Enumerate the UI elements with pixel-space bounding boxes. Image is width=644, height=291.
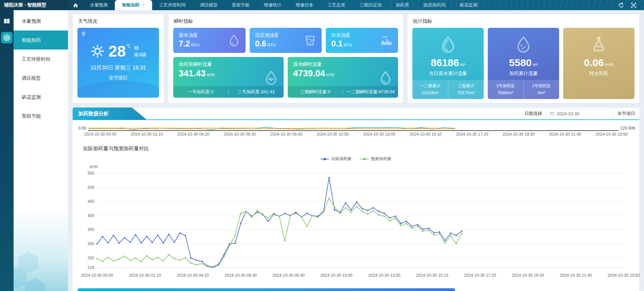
date-picker[interactable]: 2024-10-30: [546, 109, 613, 118]
topbar-tab[interactable]: 工艺停留时间: [152, 0, 193, 10]
next-section-ribbon: [77, 288, 455, 291]
tab-label: 工艺停留时间: [159, 0, 186, 10]
indicator-card: 出水浊度 0.1NTU: [326, 28, 398, 53]
topbar-tab[interactable]: 三期沉淀池: [353, 0, 389, 10]
sparkline-chart: [88, 122, 618, 131]
topbar-tab[interactable]: 维修统计: [257, 0, 289, 10]
legend-line-icon: [360, 159, 369, 159]
x-tick-label: 2024-10-30 21:40: [549, 132, 581, 137]
flow-footer-right: 一二期瞬时流量:4739.04: [343, 89, 398, 95]
legend-item-actual[interactable]: 实际加药量: [321, 156, 352, 162]
indicator-value: 7.2: [179, 39, 190, 48]
model-cube-icon[interactable]: [1, 32, 13, 43]
fullscreen-icon[interactable]: [631, 2, 637, 8]
sidebar-item[interactable]: 矾花监测: [14, 88, 68, 106]
sidebar-item-label: 泵组节能: [22, 113, 41, 119]
topbar-tabs: 水量预测 智能加药 × 工艺停留时间 调压模型 泵组节能: [83, 0, 485, 10]
x-tick-label: 2024-10-30 15:10: [416, 273, 448, 278]
indicator-unit: NTU: [344, 43, 352, 47]
app-title: 辅助决策 - 智能模型: [0, 0, 68, 10]
droplet-icon: [227, 34, 241, 47]
sidebar-item-label: 工艺停留时间: [22, 56, 50, 62]
x-tick-label: 2024-10-30 23:50: [608, 273, 640, 278]
sidebar-item[interactable]: 智能加药: [14, 31, 68, 50]
topbar-tab[interactable]: 矾花监测: [453, 0, 485, 10]
refresh-icon[interactable]: [618, 2, 624, 8]
topbar-tab[interactable]: 泵组节能: [225, 0, 257, 10]
sidebar-decoration: [14, 210, 68, 291]
sidebar-item[interactable]: 泵组节能: [14, 106, 68, 125]
topbar-tab[interactable]: 工艺总览: [321, 0, 353, 10]
stat-card-footer: 1号加药泵 5580m³ 2号加药泵 0m³: [488, 80, 559, 99]
comparison-chart: 216250300350400450500550: [80, 169, 632, 273]
x-tick-label: 2024-10-30 13:00: [363, 132, 395, 137]
flow-unit: m³/h: [207, 73, 215, 77]
sidebar-item[interactable]: 工艺停留时间: [14, 50, 68, 69]
stat-footer-label: 三期累计: [448, 83, 484, 89]
indicator-card: 沉淀池浊度 0.6NTU: [250, 28, 322, 53]
flow-label: 加药泵瞬时流量: [179, 61, 278, 67]
overview-sparkline: 0.08 220.906: [73, 120, 639, 131]
flow-footer-left: 三期瞬时流量:0: [288, 89, 343, 95]
weather-panel: 天气情况 28℃ 晴 南3级 10月30日 星期三 16:31 非节假日: [73, 14, 164, 103]
legend-item-predicted[interactable]: 预测加药量: [360, 156, 391, 162]
weather-wind: 南3级: [134, 51, 146, 58]
flow-footer-left: 一号加药泵:0: [173, 89, 228, 95]
topbar-tab[interactable]: 水量预测: [83, 0, 115, 10]
stat-footer-value: 11016m³: [412, 90, 448, 95]
chart-x-axis: 2024-10-30 00:002024-10-30 02:102024-10-…: [80, 273, 632, 279]
tab-label: 维修统计: [264, 0, 282, 10]
sidebar-item[interactable]: 调压模型: [14, 69, 68, 88]
stat-value: 5580: [509, 57, 532, 68]
sun-icon: [90, 44, 105, 59]
stat-card: 86186m³ 当日源水累计流量 一二期累计 11016m³ 三期累计 7517…: [412, 28, 484, 99]
flow-card-footer: 一号加药泵:0 二号加药泵:341.43: [173, 86, 284, 98]
tab-label: 工艺总览: [328, 0, 345, 10]
stat-footer-value: 75170m³: [448, 90, 484, 95]
instant-panel-title: 瞬时指标: [174, 18, 398, 24]
x-tick-label: 2024-10-30 00:00: [84, 132, 117, 137]
close-icon[interactable]: ×: [142, 0, 145, 10]
x-tick-label: 2024-10-30 10:50: [320, 273, 353, 278]
book-icon[interactable]: [2, 17, 11, 26]
droplet-icon: [378, 70, 393, 85]
x-tick-label: 2024-10-30 08:40: [270, 132, 302, 137]
tab-label: 矾花监测: [460, 0, 478, 10]
topbar-tab[interactable]: 维修任务: [289, 0, 321, 10]
weather-holiday: 非节假日: [77, 75, 159, 81]
stat-card: 5580m³ 加药累计流量 1号加药泵 5580m³ 2号加药泵 0m³: [488, 28, 559, 99]
instant-panel: 瞬时指标 源水浊度 7.2NTU 沉淀池浊度: [168, 14, 403, 103]
spark-min-label: 0.08: [78, 126, 86, 131]
topbar-tab[interactable]: 加药房: [389, 0, 416, 10]
svg-text:350: 350: [88, 227, 94, 232]
svg-text:450: 450: [88, 199, 94, 204]
sparkline-x-axis: 2024-10-30 00:002024-10-30 02:102024-10-…: [73, 131, 639, 137]
flow-unit: m³/h: [326, 73, 334, 77]
x-tick-label: 2024-10-30 06:30: [223, 132, 256, 137]
stat-label: 加药累计流量: [488, 71, 559, 77]
x-tick-label: 2024-10-30 02:10: [129, 273, 161, 278]
stats-panel: 统计指标 86186m³ 当日源水累计流量 一二期累计 11016m³: [408, 14, 639, 103]
home-button[interactable]: [68, 0, 83, 10]
topbar-tab[interactable]: 调压模型: [193, 0, 225, 10]
stat-card-footer: 一二期累计 11016m³ 三期累计 75170m³: [412, 80, 484, 99]
x-tick-label: 2024-10-30 15:10: [410, 132, 442, 137]
x-tick-label: 2024-10-30 13:00: [368, 273, 400, 278]
temperature-value: 28: [108, 42, 126, 60]
svg-text:550: 550: [88, 171, 94, 176]
topbar-tab[interactable]: 脱泥加药间: [416, 0, 453, 10]
flow-card: 加药泵瞬时流量 341.43m³/h 一号加药泵:0 二号加药泵:341.43: [173, 57, 284, 98]
stat-unit: m³: [460, 62, 465, 67]
spark-max-label: 220.906: [621, 126, 635, 131]
tab-label: 维修任务: [296, 0, 314, 10]
topbar-tab[interactable]: 智能加药 ×: [115, 0, 152, 10]
indicator-card: 源水浊度 7.2NTU: [173, 28, 246, 53]
svg-text:500: 500: [88, 185, 94, 190]
sidebar-item[interactable]: 水量预测: [14, 12, 68, 31]
stat-label: 当日源水累计流量: [412, 71, 484, 77]
weather-card: 28℃ 晴 南3级 10月30日 星期三 16:31 非节假日: [77, 28, 159, 98]
svg-text:250: 250: [88, 256, 94, 260]
sidebar-item-label: 智能加药: [22, 37, 41, 43]
legend-label: 预测加药量: [371, 156, 391, 162]
chart-title: 实际加药量与预测加药量对比: [83, 146, 632, 152]
